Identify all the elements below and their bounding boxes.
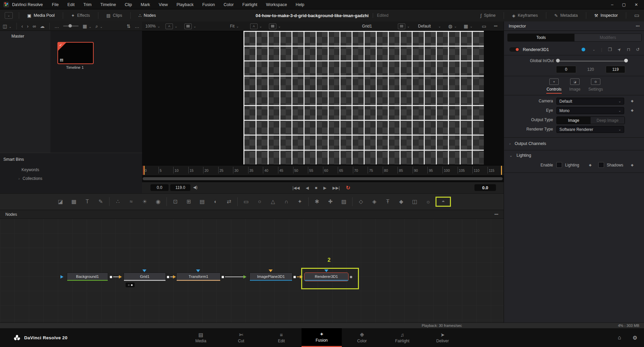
right-viewer-channel-dropdown[interactable]: A⌄ [250, 21, 262, 31]
stop-button[interactable]: ■ [315, 186, 317, 190]
restore-button[interactable]: ▢ [622, 2, 626, 7]
menu-fairlight[interactable]: Fairlight [238, 2, 262, 7]
viewer-expand-button[interactable]: ▭ [482, 21, 486, 31]
camera-dropdown[interactable]: Default⌄ [556, 98, 624, 105]
timeline-scrollbar[interactable] [143, 177, 503, 180]
viewer-more-icon[interactable]: ••• [494, 21, 498, 31]
resize-tool-icon[interactable]: ⇄ [222, 199, 236, 204]
viewer-proxy-dropdown[interactable]: ⌄ [398, 21, 410, 31]
page-quick-switch-button[interactable]: ⌄ [5, 12, 13, 19]
timeline-ruler[interactable]: 0510152025303540455055606570758085909510… [142, 165, 504, 176]
keyframes-panel-button[interactable]: ◈Keyframes [507, 9, 543, 21]
reset-icon[interactable]: ↺ [636, 47, 640, 52]
page-color[interactable]: ❉Color [342, 328, 382, 347]
menu-playback[interactable]: Playback [172, 2, 198, 7]
bspline-mask-tool-icon[interactable]: ∩ [280, 199, 293, 204]
eye-keyframe-icon[interactable]: ◆ [631, 108, 634, 112]
go-to-end-button[interactable]: ▶▶| [332, 186, 340, 190]
node-graph[interactable]: 2 Background1Grid1Transform1ImagePlane3D… [0, 219, 504, 323]
output-type-deep-image-option[interactable]: Deep Image [591, 117, 625, 124]
inspector-more-icon[interactable]: ••• [636, 24, 640, 28]
shadows-enable-checkbox[interactable] [598, 162, 604, 168]
instance-tool-icon[interactable]: ⊞ [182, 199, 195, 204]
tab-modifiers[interactable]: Modifiers [574, 34, 641, 41]
cloud-import-icon[interactable]: ☁ [40, 24, 45, 29]
shape-3d-tool-icon[interactable]: ◈ [368, 199, 381, 204]
background1-output-port[interactable] [109, 276, 112, 279]
channel-booleans-tool-icon[interactable]: ▤ [195, 199, 209, 204]
audio-mute-icon[interactable]: ◀) [193, 185, 197, 189]
page-fusion[interactable]: ✦Fusion [302, 328, 342, 347]
current-frame-field[interactable]: 0.0 [474, 184, 496, 191]
section-tab-controls[interactable]: ✦ Controls [544, 79, 564, 94]
renderer-type-dropdown[interactable]: Software Renderer⌄ [556, 126, 624, 133]
graph-node-imageplane3d1[interactable]: ImagePlane3D1 [249, 272, 292, 281]
eye-dropdown[interactable]: Mono⌄ [556, 107, 624, 114]
left-viewer-options-dropdown[interactable]: ⌄ [184, 21, 196, 31]
global-in-field[interactable]: 0 [556, 66, 576, 73]
global-in-out-slider[interactable] [558, 61, 628, 61]
text-plus-tool-icon[interactable]: T [81, 199, 94, 204]
layout-presets-icon[interactable]: ▭ [630, 13, 644, 18]
menu-fusion[interactable]: Fusion [198, 2, 219, 7]
output-channels-group[interactable]: › Output Channels [509, 141, 546, 146]
viewer-lut-dropdown[interactable]: Default⌄ [418, 21, 441, 31]
color-curves-tool-icon[interactable]: ≈ [125, 199, 138, 204]
particle-force-tool-icon[interactable]: ✚ [324, 199, 337, 204]
forward-icon[interactable]: › [27, 24, 29, 29]
camera-keyframe-icon[interactable]: ◆ [631, 99, 634, 103]
particles-tool-icon[interactable]: ∴ [111, 199, 125, 204]
node-color-dot[interactable] [582, 48, 585, 51]
back-icon[interactable]: ‹ [21, 24, 23, 29]
smart-bin-collections[interactable]: › Collections [0, 172, 142, 181]
lighting-keyframe-icon[interactable]: ◆ [589, 163, 592, 167]
spot-light-3d-tool-icon[interactable]: ☼ [421, 199, 435, 204]
go-to-start-button[interactable]: |◀◀ [292, 186, 300, 190]
smart-bins-header[interactable]: Smart Bins [0, 153, 142, 162]
merge-3d-tool-icon[interactable]: ◆ [395, 199, 408, 204]
image-plane-3d-tool-icon[interactable]: ◇ [354, 199, 368, 204]
transform1-mask-input-port[interactable] [196, 269, 200, 272]
right-viewer-zoom-dropdown[interactable]: Fit⌄ [230, 21, 239, 31]
shadows-keyframe-icon[interactable]: ◆ [631, 163, 634, 167]
section-tab-image[interactable]: ◪ Image [564, 79, 585, 92]
menu-app-name[interactable]: DaVinci Resolve [12, 2, 43, 7]
graph-node-transform1[interactable]: Transform1 [176, 272, 221, 281]
close-button[interactable]: ✕ [635, 2, 638, 7]
menu-file[interactable]: File [47, 2, 63, 7]
inspector-panel-button[interactable]: ⚒Inspector [590, 9, 623, 21]
camera-3d-tool-icon[interactable]: ◫ [408, 199, 421, 204]
grid1-output-port[interactable] [167, 276, 170, 279]
grid1-thumbnail-toggle[interactable] [126, 283, 135, 287]
grid1-mask-input-port[interactable] [142, 269, 146, 272]
playhead[interactable] [143, 166, 144, 175]
bin-list-view-icon[interactable]: ◫⌄ [3, 24, 12, 29]
versions-icon[interactable]: ❐ [608, 47, 612, 52]
page-edit[interactable]: ≡Edit [261, 328, 302, 347]
text-3d-tool-icon[interactable]: Ŧ [381, 199, 395, 204]
page-media[interactable]: ▤Media [181, 328, 221, 347]
viewer-3d-view-dropdown[interactable]: ◍⌄ [448, 21, 457, 31]
node-color-chevron-icon[interactable]: ⌄ [593, 48, 595, 51]
background-tool-icon[interactable]: ◪ [54, 199, 67, 204]
node-enable-toggle[interactable] [509, 47, 519, 52]
render-range-out-field[interactable]: 119.0 [170, 184, 190, 191]
nodes-panel-more-icon[interactable]: ••• [494, 212, 498, 216]
grid-view-icon[interactable]: ▦⌄ [83, 24, 92, 29]
render-range-in-field[interactable]: 0.0 [150, 184, 169, 191]
more-options-icon[interactable]: … [54, 24, 59, 29]
magic-wand-mask-tool-icon[interactable]: ✦ [293, 199, 307, 204]
menu-edit[interactable]: Edit [63, 2, 79, 7]
page-fairlight[interactable]: ♫Fairlight [382, 328, 422, 347]
nodes-panel-button[interactable]: ∴Nodes [134, 9, 160, 21]
global-in-knob[interactable] [556, 59, 560, 62]
lock-icon[interactable]: ⊓ [627, 47, 630, 52]
transform1-output-port[interactable] [221, 276, 224, 279]
brightness-contrast-tool-icon[interactable]: ☀ [138, 199, 151, 204]
left-viewer-zoom-dropdown[interactable]: 100%⌄ [145, 21, 160, 31]
relink-icon[interactable]: ∞ [33, 24, 36, 29]
polygon-mask-tool-icon[interactable]: △ [266, 199, 280, 204]
menu-help[interactable]: Help [291, 2, 309, 7]
menu-mark[interactable]: Mark [136, 2, 154, 7]
section-tab-settings[interactable]: ⚙ Settings [585, 79, 606, 92]
